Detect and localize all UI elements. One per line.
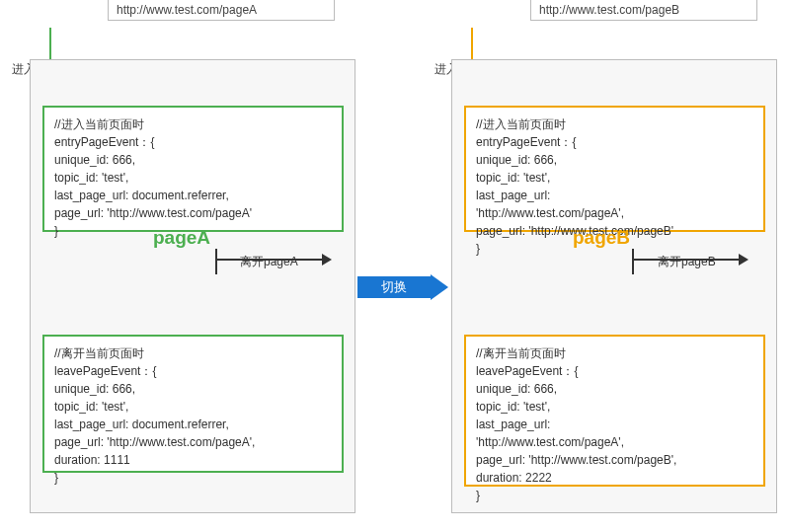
leave-arrow-a bbox=[215, 249, 334, 278]
page-b-title: pageB bbox=[573, 227, 630, 249]
entry-event-code-b: //进入当前页面时 entryPageEvent：{ unique_id: 66… bbox=[464, 106, 765, 232]
switch-label: 切换 bbox=[357, 276, 431, 298]
page-a-panel: //进入当前页面时 entryPageEvent：{ unique_id: 66… bbox=[30, 59, 355, 513]
url-bar-b: http://www.test.com/pageB bbox=[530, 0, 757, 21]
page-b-panel: //进入当前页面时 entryPageEvent：{ unique_id: 66… bbox=[451, 59, 777, 513]
arrow-right-icon bbox=[431, 274, 448, 300]
page-a-title: pageA bbox=[153, 227, 210, 249]
switch-arrow: 切换 bbox=[357, 274, 450, 300]
url-bar-a: http://www.test.com/pageA bbox=[108, 0, 335, 21]
leave-arrow-b bbox=[632, 249, 750, 278]
entry-event-code-a: //进入当前页面时 entryPageEvent：{ unique_id: 66… bbox=[42, 106, 344, 232]
leave-event-code-a: //离开当前页面时 leavePageEvent：{ unique_id: 66… bbox=[42, 335, 344, 473]
leave-event-code-b: //离开当前页面时 leavePageEvent：{ unique_id: 66… bbox=[464, 335, 765, 487]
